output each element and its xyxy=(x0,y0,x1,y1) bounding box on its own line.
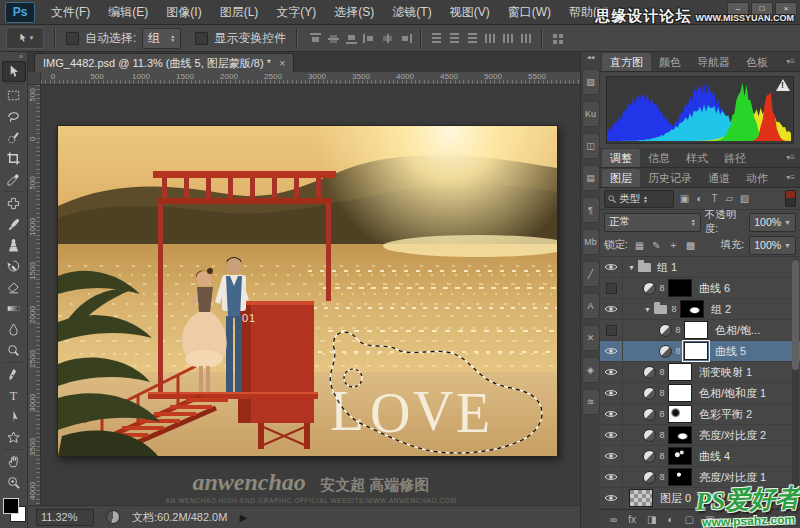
menu-item-5[interactable]: 选择(S) xyxy=(325,0,383,24)
align-l-icon[interactable] xyxy=(362,32,377,45)
group-expander-icon[interactable]: ▼ xyxy=(644,306,651,313)
timeline-panel-icon[interactable]: ≋ xyxy=(582,389,600,415)
visibility-hidden-box[interactable] xyxy=(600,320,623,340)
status-flyout-arrow[interactable]: ▶ xyxy=(239,512,247,523)
adjustment-layer-icon[interactable] xyxy=(659,324,672,337)
brush-tool[interactable] xyxy=(2,214,26,235)
tab-close-icon[interactable]: × xyxy=(279,54,285,73)
layer-thumbnail[interactable] xyxy=(629,489,653,507)
dodge-tool[interactable] xyxy=(2,340,26,361)
blur-tool[interactable] xyxy=(2,319,26,340)
layer-row-4[interactable]: 8曲线 5 xyxy=(600,341,800,362)
align-dh-icon[interactable] xyxy=(483,32,498,45)
eraser-tool[interactable] xyxy=(2,277,26,298)
fill-field[interactable]: 100% ▼ xyxy=(749,236,796,255)
tab-2[interactable]: 样式 xyxy=(678,149,716,167)
layer-filter-toggle[interactable] xyxy=(785,190,796,207)
visibility-eye-icon[interactable] xyxy=(600,362,623,382)
visibility-eye-icon[interactable] xyxy=(600,257,623,277)
visibility-eye-icon[interactable] xyxy=(600,341,623,361)
menu-item-0[interactable]: 文件(F) xyxy=(42,0,99,24)
auto-select-checkbox[interactable] xyxy=(66,32,79,45)
mask-thumbnail[interactable] xyxy=(680,300,704,318)
kuler-panel-icon[interactable]: Ku xyxy=(582,101,600,127)
menu-item-8[interactable]: 窗口(W) xyxy=(499,0,560,24)
show-transform-checkbox[interactable] xyxy=(195,32,208,45)
panel-menu-icon[interactable]: ▾≡ xyxy=(781,169,800,187)
visibility-eye-icon[interactable] xyxy=(600,299,623,319)
mask-link-icon[interactable]: 8 xyxy=(658,472,666,482)
mask-link-icon[interactable]: 8 xyxy=(658,451,666,461)
menu-item-2[interactable]: 图像(I) xyxy=(157,0,210,24)
brush-panel-icon[interactable]: ╱ xyxy=(582,261,600,287)
adjustment-layer-icon[interactable] xyxy=(659,345,672,358)
lasso-tool[interactable] xyxy=(2,106,26,127)
mask-thumbnail[interactable] xyxy=(668,363,692,381)
menu-item-3[interactable]: 图层(L) xyxy=(211,0,268,24)
measurement-log-panel-icon[interactable]: Mb xyxy=(582,229,600,255)
visibility-hidden-box[interactable] xyxy=(600,278,623,298)
tab-1[interactable]: 信息 xyxy=(640,149,678,167)
mask-thumbnail[interactable] xyxy=(668,426,692,444)
layer-comps-panel-icon[interactable]: ◫ xyxy=(582,133,600,159)
layer-row-7[interactable]: 8色彩平衡 2 xyxy=(600,404,800,425)
tab-0[interactable]: 调整 xyxy=(602,149,640,167)
filter-smart-objects-icon[interactable]: ▧ xyxy=(738,193,751,204)
align-dh-icon[interactable] xyxy=(519,32,534,45)
healing-brush-tool[interactable] xyxy=(2,193,26,214)
cached-data-warning-icon[interactable] xyxy=(776,79,790,91)
tab-3[interactable]: 动作 xyxy=(738,169,776,187)
photo-canvas[interactable]: 01 xyxy=(57,125,558,457)
mask-link-icon[interactable]: 8 xyxy=(670,304,678,314)
notes-panel-icon[interactable]: ▤ xyxy=(582,165,600,191)
align-r-icon[interactable] xyxy=(398,32,413,45)
crop-tool[interactable] xyxy=(2,148,26,169)
zoom-level-field[interactable]: 11.32% xyxy=(36,509,94,526)
paragraph-panel-icon[interactable]: ¶ xyxy=(582,197,600,223)
filter-type-layers-icon[interactable]: T xyxy=(708,193,721,204)
link-layers-icon[interactable]: ∞ xyxy=(610,514,617,525)
adjustment-layer-icon[interactable] xyxy=(643,450,656,463)
menu-item-7[interactable]: 视图(V) xyxy=(441,0,499,24)
menu-item-4[interactable]: 文字(Y) xyxy=(267,0,325,24)
eyedropper-tool[interactable] xyxy=(2,169,26,190)
clone-source-panel-icon[interactable]: ▨ xyxy=(582,69,600,95)
history-brush-tool[interactable] xyxy=(2,256,26,277)
type-tool[interactable]: T xyxy=(2,385,26,406)
lock-all-icon[interactable]: ▩ xyxy=(684,240,697,251)
layer-row-5[interactable]: 8渐变映射 1 xyxy=(600,362,800,383)
mask-link-icon[interactable]: 8 xyxy=(658,388,666,398)
layer-filter-dropdown[interactable]: 类型 ▲▼ xyxy=(604,190,674,208)
layers-scrollbar[interactable] xyxy=(792,258,799,508)
visibility-eye-icon[interactable] xyxy=(600,467,623,487)
align-dh-icon[interactable] xyxy=(501,32,516,45)
brush-presets-panel-icon[interactable]: ◈ xyxy=(582,357,600,383)
adjustment-layer-icon[interactable] xyxy=(643,429,656,442)
align-dv-icon[interactable] xyxy=(447,32,462,45)
align-dv-icon[interactable] xyxy=(465,32,480,45)
pen-tool[interactable] xyxy=(2,364,26,385)
menu-item-6[interactable]: 滤镜(T) xyxy=(383,0,440,24)
rect-marquee-tool[interactable] xyxy=(2,85,26,106)
adjustment-layer-icon[interactable] xyxy=(643,408,656,421)
opacity-field[interactable]: 100% ▼ xyxy=(749,213,796,232)
current-tool-button[interactable]: ▾ xyxy=(6,27,44,49)
tab-2[interactable]: 导航器 xyxy=(689,53,738,71)
mask-link-icon[interactable]: 8 xyxy=(674,325,682,335)
toolbar-collapse-icon[interactable]: » xyxy=(0,52,27,61)
align-t-icon[interactable] xyxy=(308,32,323,45)
adjustment-layer-icon[interactable] xyxy=(643,471,656,484)
tool-presets-panel-icon[interactable]: ✕ xyxy=(582,325,600,351)
lock-pixels-icon[interactable]: ✎ xyxy=(650,240,663,251)
mask-thumbnail[interactable] xyxy=(668,384,692,402)
zoom-tool[interactable] xyxy=(2,472,26,493)
panel-menu-icon[interactable]: ▾≡ xyxy=(781,53,800,71)
blend-mode-dropdown[interactable]: 正常 ▲▼ xyxy=(604,213,701,232)
mask-thumbnail[interactable] xyxy=(684,342,708,360)
lock-transparency-icon[interactable]: ▦ xyxy=(633,240,646,251)
mask-link-icon[interactable]: 8 xyxy=(658,409,666,419)
mask-thumbnail[interactable] xyxy=(668,279,692,297)
tab-1[interactable]: 颜色 xyxy=(651,53,689,71)
canvas-area[interactable]: 01 xyxy=(41,85,580,505)
visibility-eye-icon[interactable] xyxy=(600,488,623,508)
